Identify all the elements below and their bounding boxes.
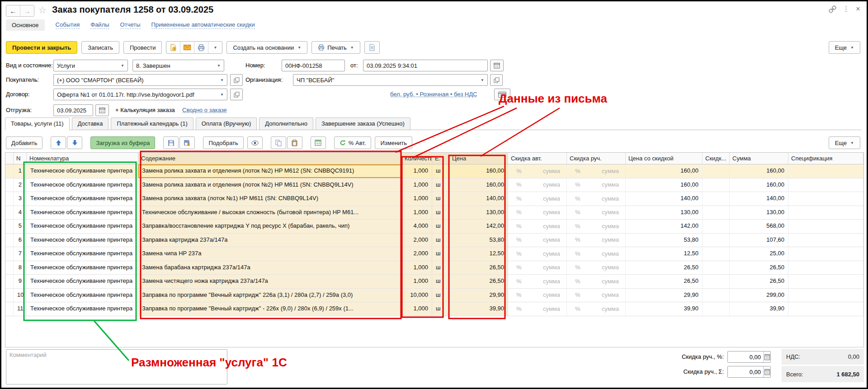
unit-cell[interactable]: ш <box>432 220 449 233</box>
price-cell[interactable]: 142,00 <box>449 220 508 233</box>
nav-tab-reports[interactable]: Отчеты <box>120 21 141 29</box>
specification-cell[interactable] <box>788 302 863 316</box>
add-row-button[interactable]: Добавить <box>6 136 42 149</box>
envelope-icon[interactable] <box>180 42 194 53</box>
nomenclature-cell[interactable]: Техническое обслуживание принтера <box>27 164 138 178</box>
discount-x-cell[interactable] <box>703 192 730 206</box>
discount-manual-cell[interactable]: %сумма <box>567 192 626 206</box>
kind-select[interactable]: Услуги▼ <box>53 60 128 71</box>
state-select[interactable]: 8. Завершен▼ <box>132 60 224 71</box>
discount-manual-cell[interactable]: %сумма <box>567 261 626 275</box>
date-field[interactable]: 03.09.2025 9:34:01 <box>363 60 488 71</box>
nomenclature-cell[interactable]: Техническое обслуживание принтера <box>27 220 138 233</box>
contract-select[interactable]: Оферта №1 от 01.01.17г. http://vse.by/do… <box>53 89 227 100</box>
column-header-specification[interactable]: Спецификация <box>788 153 863 164</box>
move-down-button[interactable] <box>67 136 82 149</box>
sum-cell[interactable]: 39,90 <box>730 302 788 316</box>
order-summary-link[interactable]: Сводно о заказе <box>182 104 227 116</box>
close-icon[interactable]: × <box>856 5 860 13</box>
content-cell[interactable]: Заправка картриджа 237а/147а <box>138 234 402 247</box>
quantity-cell[interactable]: 1,000 <box>402 275 432 288</box>
quantity-cell[interactable]: 1,000 <box>402 178 432 192</box>
doc-report-button[interactable] <box>364 41 380 54</box>
row-gutter[interactable] <box>5 206 14 220</box>
more-button-top[interactable]: Еще▼ <box>829 41 860 54</box>
copy-rows-button[interactable] <box>271 136 286 149</box>
column-header-quantity[interactable]: Количество <box>402 153 432 164</box>
table-settings-button[interactable] <box>311 136 326 149</box>
content-cell[interactable]: Замена ролика захвата и отделения (лоток… <box>138 164 402 178</box>
row-gutter[interactable] <box>5 261 14 275</box>
content-cell[interactable]: Замена чистящего ножа картриджа 237а/147… <box>138 275 402 288</box>
unit-cell[interactable]: ш <box>432 164 449 178</box>
price-cell[interactable]: 160,00 <box>449 164 508 178</box>
unit-cell[interactable]: ш <box>432 302 449 316</box>
content-cell[interactable]: Заправка по программе "Вечный картридж" … <box>138 302 402 316</box>
customer-open-button[interactable] <box>230 74 243 86</box>
row-gutter[interactable] <box>5 289 14 302</box>
calculator-button[interactable] <box>763 366 770 377</box>
quantity-cell[interactable]: 1,000 <box>402 192 432 206</box>
discount-auto-cell[interactable]: %сумма <box>508 275 567 288</box>
unit-cell[interactable]: ш <box>432 234 449 247</box>
discount-x-cell[interactable] <box>703 275 730 288</box>
discount-auto-cell[interactable]: %сумма <box>508 289 567 302</box>
specification-cell[interactable] <box>788 206 863 220</box>
specification-cell[interactable] <box>788 289 863 302</box>
more-button-table[interactable]: Еще▼ <box>829 136 860 149</box>
specification-cell[interactable] <box>788 220 863 233</box>
table-row[interactable]: 11Техническое обслуживание принтераЗапра… <box>5 302 863 316</box>
content-cell[interactable]: Техническое обслуживание / высокая сложн… <box>138 206 402 220</box>
price-cell[interactable]: 140,00 <box>449 192 508 206</box>
nomenclature-cell[interactable]: Техническое обслуживание принтера <box>27 289 138 302</box>
number-field[interactable]: 00НФ-001258 <box>282 60 345 71</box>
auto-discount-button[interactable]: % Авт. <box>334 136 372 149</box>
discount-manual-cell[interactable]: %сумма <box>567 289 626 302</box>
row-gutter[interactable] <box>5 247 14 261</box>
move-up-button[interactable] <box>51 136 66 149</box>
unit-cell[interactable]: ш <box>432 192 449 206</box>
column-header-nomenclature[interactable]: Номенклатура <box>27 153 138 164</box>
table-row[interactable]: 9Техническое обслуживание принтераЗамена… <box>5 275 863 289</box>
row-gutter[interactable] <box>5 164 14 178</box>
discount-x-cell[interactable] <box>703 302 730 316</box>
quantity-cell[interactable]: 1,000 <box>402 164 432 178</box>
discount-manual-cell[interactable]: %сумма <box>567 234 626 247</box>
price-discounted-cell[interactable]: 160,00 <box>626 164 703 178</box>
column-header-unit[interactable]: Е. <box>432 153 449 164</box>
favorite-star-icon[interactable]: ☆ <box>38 5 47 15</box>
price-discounted-cell[interactable]: 39,90 <box>626 302 703 316</box>
save-select-button[interactable] <box>179 136 195 149</box>
post-button[interactable]: Провести <box>123 41 162 54</box>
nomenclature-cell[interactable]: Техническое обслуживание принтера <box>27 247 138 261</box>
quantity-cell[interactable]: 2,000 <box>402 247 432 261</box>
price-discounted-cell[interactable]: 26,50 <box>626 261 703 275</box>
table-row[interactable]: 8Техническое обслуживание принтераЗамена… <box>5 261 863 275</box>
column-header-discount-auto[interactable]: Скидка авт. <box>508 153 567 164</box>
column-header-n[interactable]: N <box>14 153 27 164</box>
table-row[interactable]: 2Техническое обслуживание принтераЗамена… <box>5 178 863 192</box>
shipment-calendar-button[interactable] <box>95 104 109 116</box>
specification-cell[interactable] <box>788 275 863 288</box>
discount-manual-cell[interactable]: %сумма <box>567 164 626 178</box>
content-cell[interactable]: Замена ролика захвата и отделения (лоток… <box>138 178 402 192</box>
comment-input[interactable] <box>6 349 227 384</box>
forward-button[interactable]: → <box>20 5 34 16</box>
column-header-discount-manual[interactable]: Скидка руч. <box>567 153 626 164</box>
sum-cell[interactable]: 26,50 <box>730 261 788 275</box>
tab-delivery[interactable]: Доставка <box>72 117 109 130</box>
price-discounted-cell[interactable]: 26,50 <box>626 275 703 288</box>
more-menu-icon[interactable]: ⋮ <box>843 5 849 13</box>
specification-cell[interactable] <box>788 261 863 275</box>
contract-open-button[interactable] <box>230 89 243 100</box>
quantity-cell[interactable]: 4,000 <box>402 220 432 233</box>
sum-cell[interactable]: 25,00 <box>730 247 788 261</box>
discount-manual-cell[interactable]: %сумма <box>567 247 626 261</box>
quantity-cell[interactable]: 2,000 <box>402 234 432 247</box>
quantity-cell[interactable]: 1,000 <box>402 302 432 316</box>
sum-cell[interactable]: 107,60 <box>730 234 788 247</box>
content-cell[interactable]: Замена ролика захвата (лоток №1) HP M611… <box>138 192 402 206</box>
back-button[interactable]: ← <box>6 5 20 16</box>
specification-cell[interactable] <box>788 234 863 247</box>
price-discounted-cell[interactable]: 160,00 <box>626 178 703 192</box>
